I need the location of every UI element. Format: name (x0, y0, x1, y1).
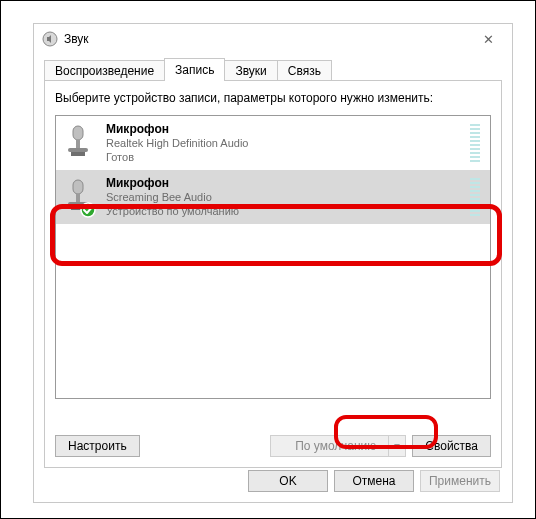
recording-panel: Выберите устройство записи, параметры ко… (44, 80, 502, 468)
svg-rect-16 (76, 194, 80, 202)
svg-rect-9 (470, 140, 480, 142)
device-list[interactable]: Микрофон Realtek High Definition Audio Г… (55, 115, 491, 399)
chevron-down-icon[interactable] (388, 436, 405, 456)
device-driver: Screaming Bee Audio (106, 190, 462, 204)
svg-rect-4 (71, 152, 85, 156)
svg-rect-3 (68, 148, 88, 152)
svg-rect-28 (470, 210, 480, 212)
device-item[interactable]: Микрофон Screaming Bee Audio Устройство … (56, 170, 490, 224)
svg-rect-15 (73, 180, 83, 194)
sound-icon (42, 31, 58, 47)
svg-rect-1 (73, 126, 83, 140)
tab-communications[interactable]: Связь (277, 60, 332, 81)
window-title: Звук (64, 32, 468, 46)
apply-button[interactable]: Применить (420, 470, 500, 492)
svg-rect-20 (470, 178, 480, 180)
tab-recording[interactable]: Запись (164, 58, 225, 81)
sound-dialog: Звук ✕ Воспроизведение Запись Звуки Связ… (33, 23, 513, 503)
svg-rect-8 (470, 136, 480, 138)
svg-rect-25 (470, 198, 480, 200)
device-name: Микрофон (106, 122, 462, 136)
svg-rect-24 (470, 194, 480, 196)
tab-sounds[interactable]: Звуки (224, 60, 277, 81)
svg-rect-6 (470, 128, 480, 130)
properties-button[interactable]: Свойства (412, 435, 491, 457)
titlebar[interactable]: Звук ✕ (34, 24, 512, 54)
ok-button[interactable]: OK (248, 470, 328, 492)
device-item[interactable]: Микрофон Realtek High Definition Audio Г… (56, 116, 490, 170)
svg-rect-12 (470, 152, 480, 154)
cancel-button[interactable]: Отмена (334, 470, 414, 492)
instruction-text: Выберите устройство записи, параметры ко… (55, 91, 491, 105)
device-driver: Realtek High Definition Audio (106, 136, 462, 150)
microphone-icon (62, 176, 96, 218)
svg-rect-5 (470, 124, 480, 126)
device-status: Готов (106, 150, 462, 164)
svg-rect-10 (470, 144, 480, 146)
configure-button[interactable]: Настроить (55, 435, 140, 457)
svg-rect-13 (470, 156, 480, 158)
svg-rect-7 (470, 132, 480, 134)
set-default-label: По умолчанию (283, 439, 388, 453)
svg-rect-22 (470, 186, 480, 188)
tab-strip: Воспроизведение Запись Звуки Связь (44, 58, 502, 80)
svg-rect-27 (470, 206, 480, 208)
svg-rect-26 (470, 202, 480, 204)
device-name: Микрофон (106, 176, 462, 190)
close-button[interactable]: ✕ (468, 25, 508, 53)
level-meter (468, 176, 482, 218)
level-meter (468, 122, 482, 164)
device-status: Устройство по умолчанию (106, 204, 462, 218)
set-default-dropdown[interactable]: По умолчанию (270, 435, 406, 457)
tab-playback[interactable]: Воспроизведение (44, 60, 165, 81)
svg-rect-21 (470, 182, 480, 184)
svg-rect-14 (470, 160, 480, 162)
microphone-icon (62, 122, 96, 164)
svg-rect-2 (76, 140, 80, 148)
svg-rect-23 (470, 190, 480, 192)
svg-rect-29 (470, 214, 480, 216)
svg-rect-11 (470, 148, 480, 150)
